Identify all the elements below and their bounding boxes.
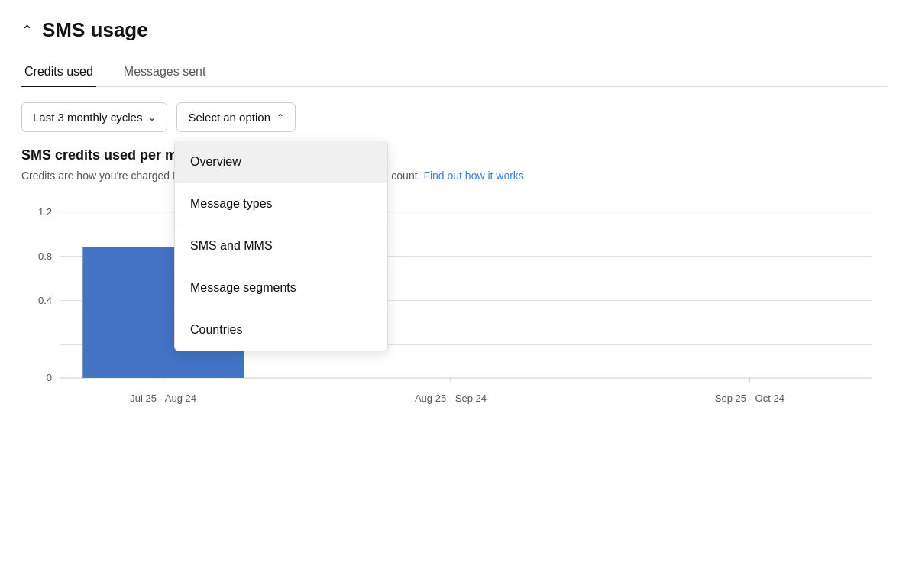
dropdown-item-countries[interactable]: Countries [175,309,387,351]
svg-text:Sep 25 - Oct 24: Sep 25 - Oct 24 [715,393,784,404]
svg-text:Jul 25 - Aug 24: Jul 25 - Aug 24 [130,393,196,404]
page-container: ⌃ SMS usage Credits used Messages sent L… [0,0,909,444]
bar-chart: 1.2 0.8 0.4 0 Jul 25 - Aug 24 Aug 25 - S… [21,196,888,425]
collapse-icon[interactable]: ⌃ [21,22,33,39]
find-out-link[interactable]: Find out how it works [423,170,524,182]
dropdown-item-overview[interactable]: Overview [175,141,387,183]
period-dropdown-button[interactable]: Last 3 monthly cycles ⌄ [21,102,167,132]
dropdown-item-sms-mms[interactable]: SMS and MMS [175,225,387,267]
period-dropdown-label: Last 3 monthly cycles [33,111,142,124]
svg-text:0: 0 [47,372,52,383]
section-description: Credits are how you're charged for SMS, … [21,168,888,184]
dropdown-item-message-segments[interactable]: Message segments [175,267,387,309]
tab-credits-used[interactable]: Credits used [21,57,96,86]
dropdown-item-message-types[interactable]: Message types [175,183,387,225]
section-title: SMS credits used per month [21,147,888,163]
page-title: SMS usage [42,18,148,42]
chart-area: 1.2 0.8 0.4 0 Jul 25 - Aug 24 Aug 25 - S… [21,196,888,425]
svg-text:0.4: 0.4 [38,295,52,306]
option-dropdown-button[interactable]: Select an option ⌃ [176,102,296,132]
svg-text:1.2: 1.2 [38,206,52,218]
filters-row: Last 3 monthly cycles ⌄ Select an option… [21,102,888,132]
svg-text:Aug 25 - Sep 24: Aug 25 - Sep 24 [415,393,487,404]
tab-messages-sent[interactable]: Messages sent [121,57,209,86]
period-chevron-down-icon: ⌄ [148,112,156,123]
tabs-row: Credits used Messages sent [21,57,888,87]
header-row: ⌃ SMS usage [21,18,888,42]
option-chevron-up-icon: ⌃ [277,112,284,123]
option-dropdown-label: Select an option [188,111,270,124]
option-dropdown-menu: Overview Message types SMS and MMS Messa… [174,141,388,351]
section-header: SMS credits used per month Credits are h… [21,147,888,184]
svg-text:0.8: 0.8 [38,250,52,262]
